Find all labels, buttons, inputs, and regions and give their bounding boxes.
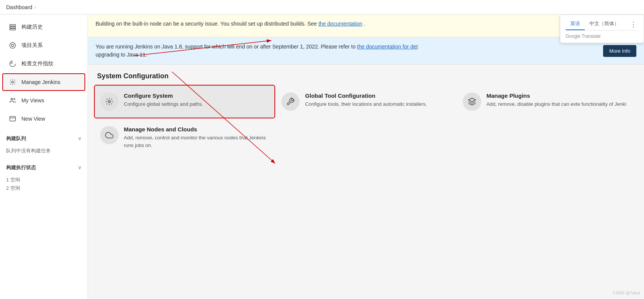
build-queue-content: 队列中没有构建任务 — [2, 145, 85, 157]
translate-popup: 英语 中文（简体） ⋮ Google Translate — [560, 15, 644, 43]
svg-point-7 — [14, 99, 15, 100]
java-banner-message: You are running Jenkins on Java 1.8, sup… — [96, 44, 357, 50]
manage-nodes-description: Add, remove, control and monitor the var… — [124, 134, 269, 149]
build-exec-chevron: ∨ — [78, 165, 81, 170]
my-views-icon — [8, 96, 17, 105]
manage-nodes-icon — [100, 126, 118, 144]
sidebar-item-build-history[interactable]: 构建历史 — [2, 18, 85, 36]
file-fingerprint-icon — [8, 60, 17, 68]
svg-rect-2 — [10, 29, 16, 30]
project-relation-icon — [8, 41, 17, 50]
exec-item-2: 2 空闲 — [6, 185, 81, 192]
translate-more-icon[interactable]: ⋮ — [628, 20, 638, 29]
manage-nodes-text: Manage Nodes and CloudsAdd, remove, cont… — [124, 126, 269, 149]
manage-plugins-description: Add, remove, disable plugins that can ex… — [487, 100, 626, 108]
manage-nodes-title: Manage Nodes and Clouds — [124, 126, 269, 133]
security-banner-message: Building on the built-in node can be a s… — [96, 21, 318, 27]
manage-plugins-icon — [463, 92, 481, 111]
my-views-label: My Views — [21, 97, 44, 103]
build-exec-content: 1 空闲 2 空闲 — [2, 174, 85, 194]
system-configuration-section: System Configuration Configure SystemCon… — [88, 65, 644, 157]
sidebar-item-new-view[interactable]: New View — [2, 110, 85, 128]
new-view-icon — [8, 115, 17, 123]
file-fingerprint-label: 检查文件指纹 — [21, 60, 54, 67]
build-history-icon — [8, 23, 17, 31]
config-card-manage-plugins[interactable]: Manage PluginsAdd, remove, disable plugi… — [457, 85, 638, 118]
build-queue-chevron: ∨ — [78, 136, 81, 141]
configure-system-icon — [100, 92, 118, 111]
svg-point-6 — [11, 98, 13, 100]
java-banner-text: You are running Jenkins on Java 1.8, sup… — [96, 43, 597, 59]
translate-label: Google Translate — [566, 34, 638, 39]
sidebar-item-file-fingerprint[interactable]: 检查文件指纹 — [2, 55, 85, 73]
build-history-label: 构建历史 — [21, 24, 43, 31]
configure-system-text: Configure SystemConfigure global setting… — [124, 92, 203, 108]
sidebar-section-build-exec-header[interactable]: 构建执行状态 ∨ — [2, 161, 85, 174]
global-tool-config-text: Global Tool ConfigurationConfigure tools… — [305, 92, 427, 108]
svg-point-9 — [108, 100, 110, 103]
sidebar-item-my-views[interactable]: My Views — [2, 92, 85, 109]
sidebar-item-project-relation[interactable]: 项目关系 — [2, 37, 85, 54]
configure-system-description: Configure global settings and paths. — [124, 100, 203, 108]
global-tool-config-icon — [281, 92, 300, 111]
system-config-title: System Configuration — [88, 65, 644, 85]
configure-system-title: Configure System — [124, 92, 203, 99]
svg-point-4 — [11, 44, 14, 47]
config-card-global-tool-config[interactable]: Global Tool ConfigurationConfigure tools… — [275, 85, 456, 118]
security-banner-text: Building on the built-in node can be a s… — [96, 20, 603, 28]
sidebar-section-build-queue: 构建队列 ∨ 队列中没有构建任务 — [0, 132, 88, 157]
config-card-configure-system[interactable]: Configure SystemConfigure global setting… — [94, 85, 275, 118]
security-banner-link[interactable]: the documentation — [318, 21, 362, 27]
global-tool-config-description: Configure tools, their locations and aut… — [305, 100, 427, 108]
java-banner-link[interactable]: the documentation for det — [357, 44, 418, 50]
svg-rect-1 — [10, 27, 16, 28]
translate-tabs: 英语 中文（简体） ⋮ — [566, 19, 638, 31]
manage-plugins-text: Manage PluginsAdd, remove, disable plugi… — [487, 92, 626, 108]
breadcrumb-bar: Dashboard › — [0, 0, 644, 15]
build-queue-label: 构建队列 — [6, 135, 26, 142]
tab-chinese[interactable]: 中文（简体） — [585, 19, 624, 30]
build-exec-label: 构建执行状态 — [6, 164, 36, 171]
sidebar-item-manage-jenkins[interactable]: Manage Jenkins — [2, 73, 85, 91]
sidebar: 构建历史项目关系检查文件指纹Manage JenkinsMy ViewsNew … — [0, 15, 88, 299]
global-tool-config-title: Global Tool Configuration — [305, 92, 427, 99]
svg-point-5 — [12, 81, 14, 83]
svg-rect-8 — [10, 116, 16, 121]
manage-plugins-title: Manage Plugins — [487, 92, 626, 99]
more-info-button[interactable]: More Info — [603, 45, 636, 57]
manage-jenkins-label: Manage Jenkins — [21, 79, 60, 85]
svg-rect-0 — [10, 24, 16, 26]
sidebar-section-build-exec: 构建执行状态 ∨ 1 空闲 2 空闲 — [0, 161, 88, 194]
sidebar-section-build-queue-header[interactable]: 构建队列 ∨ — [2, 132, 85, 145]
exec-item-1: 1 空闲 — [6, 176, 81, 183]
main-content: Building on the built-in node can be a s… — [88, 15, 644, 299]
svg-point-3 — [10, 43, 16, 48]
watermark: CSDN @?abct — [613, 291, 640, 295]
config-cards-grid: Configure SystemConfigure global setting… — [88, 85, 644, 157]
breadcrumb-dashboard[interactable]: Dashboard — [6, 4, 32, 10]
manage-jenkins-icon — [8, 78, 17, 86]
config-card-manage-nodes[interactable]: Manage Nodes and CloudsAdd, remove, cont… — [94, 118, 275, 157]
tab-english[interactable]: 英语 — [566, 19, 585, 30]
breadcrumb-chevron: › — [35, 5, 36, 10]
project-relation-label: 项目关系 — [21, 42, 43, 49]
new-view-label: New View — [21, 116, 45, 122]
